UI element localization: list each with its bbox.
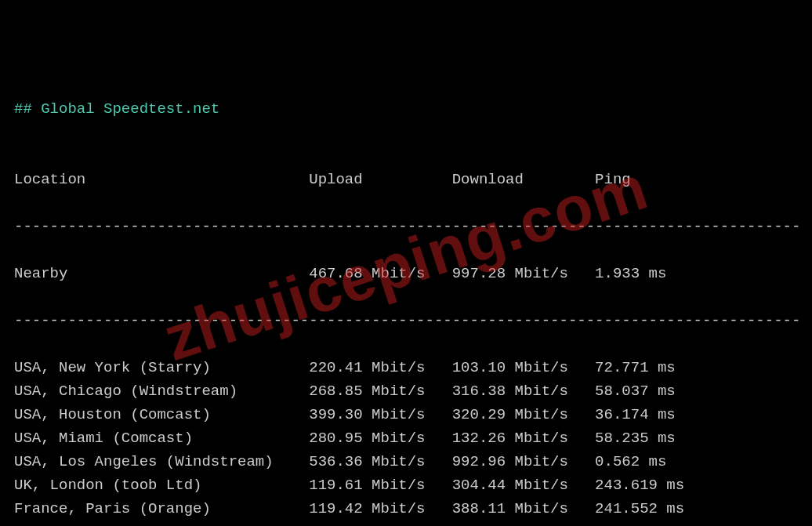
divider: ----------------------------------------… [14,309,812,332]
table-row: USA, New York (Starry) 220.41 Mbit/s 103… [14,356,812,379]
table-body: USA, New York (Starry) 220.41 Mbit/s 103… [14,356,812,526]
table-row: UK, London (toob Ltd) 119.61 Mbit/s 304.… [14,473,812,497]
table-row: Germany, Berlin (DNS:NET) 109.41 Mbit/s … [14,521,812,526]
section-title: ## Global Speedtest.net [14,100,219,118]
table-row: USA, Chicago (Windstream) 268.85 Mbit/s … [14,379,812,403]
blank-line [14,121,812,144]
table-row: USA, Miami (Comcast) 280.95 Mbit/s 132.2… [14,426,812,450]
table-row: France, Paris (Orange) 119.42 Mbit/s 388… [14,497,812,521]
table-header: Location Upload Download Ping [14,168,812,191]
nearby-row: Nearby 467.68 Mbit/s 997.28 Mbit/s 1.933… [14,262,812,285]
table-row: USA, Houston (Comcast) 399.30 Mbit/s 320… [14,403,812,426]
divider: ----------------------------------------… [14,215,812,238]
table-row: USA, Los Angeles (Windstream) 536.36 Mbi… [14,450,812,473]
